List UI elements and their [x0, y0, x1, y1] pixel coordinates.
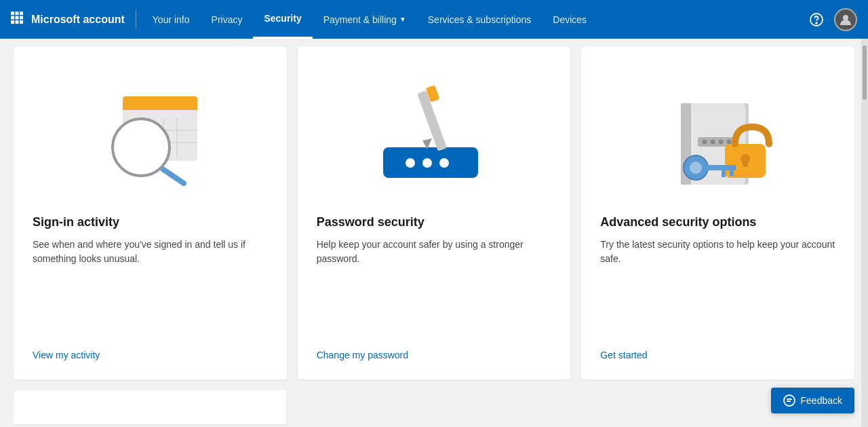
apps-icon[interactable]: [11, 12, 23, 27]
feedback-icon: [783, 394, 795, 407]
svg-rect-7: [16, 20, 19, 24]
svg-rect-48: [730, 170, 734, 176]
nav-link-devices[interactable]: Devices: [542, 0, 597, 39]
svg-line-24: [163, 169, 184, 183]
avatar[interactable]: [834, 8, 857, 31]
card-advanced-title: Advanced security options: [600, 215, 835, 229]
nav-link-privacy[interactable]: Privacy: [201, 0, 254, 39]
scrollbar[interactable]: [861, 39, 868, 427]
feedback-button[interactable]: Feedback: [771, 388, 854, 413]
svg-rect-43: [743, 159, 748, 167]
svg-point-40: [726, 140, 731, 145]
svg-point-39: [718, 140, 723, 145]
card-password-security: Password security Help keep your account…: [298, 47, 571, 379]
svg-point-27: [406, 158, 415, 168]
card-sign-in-activity: Sign-in activity See when and where you'…: [14, 47, 287, 379]
scrollbar-thumb[interactable]: [863, 45, 867, 100]
get-started-link[interactable]: Get started: [600, 350, 835, 360]
svg-rect-47: [722, 170, 726, 177]
advanced-security-illustration: [600, 66, 835, 202]
nav-links: Your info Privacy Security Payment & bil…: [142, 0, 804, 39]
card-sign-in-desc: See when and where you've signed in and …: [33, 238, 268, 333]
svg-point-29: [439, 158, 449, 168]
sign-in-activity-illustration: [33, 66, 268, 202]
bottom-partial-row: [14, 390, 854, 424]
svg-point-45: [690, 162, 702, 174]
svg-rect-3: [11, 16, 14, 20]
help-icon[interactable]: [804, 7, 829, 32]
svg-rect-4: [16, 16, 19, 20]
svg-point-28: [422, 158, 432, 168]
card-advanced-desc: Try the latest security options to help …: [600, 238, 835, 333]
navbar: Microsoft account Your info Privacy Secu…: [0, 0, 868, 39]
nav-right: [804, 7, 857, 32]
svg-point-38: [710, 140, 715, 145]
card-advanced-security: Advanced security options Try the latest…: [581, 47, 854, 379]
nav-brand[interactable]: Microsoft account: [31, 14, 125, 26]
view-activity-link[interactable]: View my activity: [33, 350, 268, 360]
chevron-down-icon: ▼: [399, 16, 406, 23]
svg-rect-5: [20, 16, 23, 20]
feedback-label: Feedback: [801, 395, 842, 406]
content-area: Sign-in activity See when and where you'…: [0, 39, 868, 427]
svg-rect-6: [11, 20, 14, 24]
svg-rect-46: [705, 165, 736, 170]
nav-link-services-subscriptions[interactable]: Services & subscriptions: [417, 0, 542, 39]
svg-rect-14: [123, 106, 197, 110]
nav-link-payment-billing[interactable]: Payment & billing ▼: [313, 0, 417, 39]
svg-rect-2: [20, 12, 23, 15]
card-password-title: Password security: [317, 215, 552, 229]
svg-rect-0: [11, 12, 14, 15]
change-password-link[interactable]: Change my password: [317, 350, 552, 360]
partial-card: [14, 390, 286, 424]
svg-point-49: [784, 395, 795, 406]
card-sign-in-title: Sign-in activity: [33, 215, 268, 229]
svg-rect-8: [20, 20, 23, 24]
nav-divider: [136, 10, 136, 29]
svg-point-23: [115, 122, 167, 173]
card-password-desc: Help keep your account safer by using a …: [317, 238, 552, 333]
nav-link-security[interactable]: Security: [253, 0, 312, 39]
password-security-illustration: [317, 66, 552, 202]
svg-point-10: [816, 22, 817, 24]
svg-point-37: [702, 140, 707, 145]
svg-point-11: [843, 15, 848, 20]
nav-link-your-info[interactable]: Your info: [142, 0, 201, 39]
cards-grid: Sign-in activity See when and where you'…: [14, 47, 854, 379]
svg-rect-1: [16, 12, 19, 15]
